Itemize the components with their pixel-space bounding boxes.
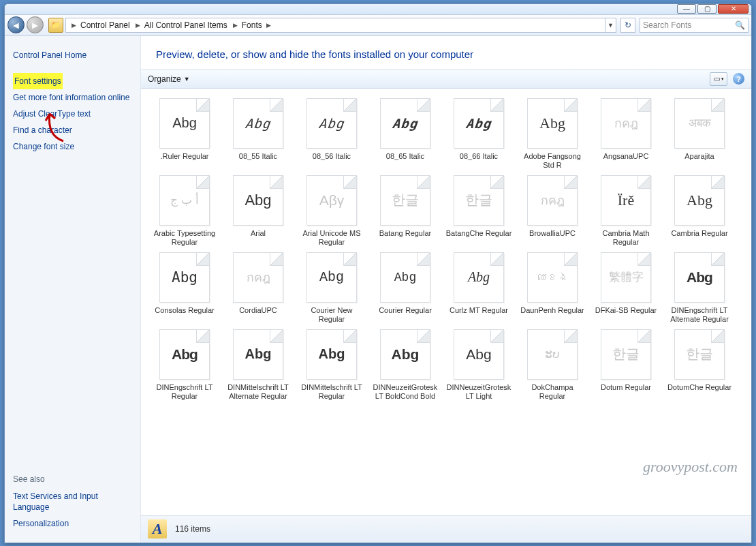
- font-item[interactable]: अबकAparajita: [665, 98, 734, 170]
- font-thumb: Abg: [454, 329, 504, 380]
- toolbar: Organize ▼ ▭▾ ?: [141, 70, 751, 89]
- chevron-down-icon: ▼: [184, 76, 190, 82]
- font-thumb: Abg: [159, 252, 210, 303]
- font-name: Arabic Typesetting Regular: [151, 229, 219, 247]
- font-thumb: 한글: [454, 175, 504, 226]
- control-panel-home-link[interactable]: Control Panel Home: [13, 47, 132, 63]
- font-name: DINNeuzeitGrotesk LT BoldCond Bold: [371, 383, 439, 401]
- font-name: 08_56 Italic: [298, 152, 366, 161]
- forward-button[interactable]: ►: [27, 16, 44, 33]
- font-thumb: กคฎ: [601, 98, 651, 149]
- font-name: BatangChe Regular: [445, 229, 513, 238]
- font-item[interactable]: AbgCourier Regular: [371, 252, 439, 324]
- personalization-link[interactable]: Personalization: [13, 515, 132, 532]
- font-item[interactable]: กคฎBrowalliaUPC: [518, 175, 586, 247]
- font-item[interactable]: 한글Batang Regular: [371, 175, 439, 247]
- font-name: Consolas Regular: [151, 306, 219, 315]
- font-item[interactable]: ະບDokChampa Regular: [518, 329, 586, 401]
- help-button[interactable]: ?: [733, 73, 744, 85]
- font-item[interactable]: 한글DotumChe Regular: [665, 329, 734, 401]
- font-item[interactable]: Abg08_65 Italic: [371, 98, 439, 170]
- font-item[interactable]: 한글BatangChe Regular: [445, 175, 513, 247]
- find-character-link[interactable]: Find a character: [13, 122, 132, 138]
- change-font-size-link[interactable]: Change font size: [13, 138, 132, 155]
- font-item[interactable]: AbgDINMittelschrift LT Regular: [298, 329, 366, 401]
- font-name: DotumChe Regular: [665, 383, 734, 392]
- font-name: DokChampa Regular: [518, 383, 586, 401]
- font-item[interactable]: AbgDINMittelschrift LT Alternate Regular: [224, 329, 292, 401]
- font-item[interactable]: AbgConsolas Regular: [151, 252, 219, 324]
- font-item[interactable]: Abg.Ruler Regular: [151, 98, 219, 170]
- font-item[interactable]: AbgAdobe Fangsong Std R: [518, 98, 586, 170]
- view-button[interactable]: ▭▾: [710, 72, 727, 86]
- font-grid-scroll[interactable]: Abg.Ruler RegularAbg08_55 ItalicAbg08_56…: [141, 89, 751, 515]
- font-item[interactable]: กคฎCordiaUPC: [224, 252, 292, 324]
- font-name: Cambria Regular: [665, 229, 734, 238]
- font-item[interactable]: AbgDINEngschrift LT Alternate Regular: [665, 252, 734, 324]
- font-name: Batang Regular: [371, 229, 439, 238]
- crumb-all-items[interactable]: All Control Panel Items: [144, 20, 227, 30]
- font-thumb: Abg: [674, 175, 725, 226]
- font-item[interactable]: ឈខងDaunPenh Regular: [518, 252, 586, 324]
- font-thumb: Abg: [454, 252, 504, 303]
- font-thumb: Abg: [306, 252, 357, 303]
- crumb-fonts[interactable]: Fonts: [242, 20, 262, 30]
- font-item[interactable]: 繁體字DFKai-SB Regular: [592, 252, 660, 324]
- cleartype-link[interactable]: Adjust ClearType text: [13, 106, 132, 122]
- font-thumb: กคฎ: [233, 252, 283, 303]
- font-name: Curlz MT Regular: [445, 306, 513, 315]
- font-item[interactable]: AbgCourier New Regular: [298, 252, 366, 324]
- font-thumb: Abg: [159, 98, 210, 149]
- font-thumb: 한글: [601, 329, 651, 380]
- font-name: Aparajita: [665, 152, 734, 161]
- font-item[interactable]: ÏrěCambria Math Regular: [592, 175, 660, 247]
- font-name: 08_66 Italic: [445, 152, 513, 161]
- font-item[interactable]: 한글Dotum Regular: [592, 329, 660, 401]
- font-item[interactable]: AbgDINEngschrift LT Regular: [151, 329, 219, 401]
- explorer-window: — ▢ ✕ ◄ ► 📁 ▶Control Panel ▶All Control …: [4, 3, 752, 543]
- refresh-button[interactable]: ↻: [620, 18, 635, 33]
- font-item[interactable]: Abg08_66 Italic: [445, 98, 513, 170]
- back-button[interactable]: ◄: [7, 16, 25, 33]
- font-item[interactable]: AbgCambria Regular: [665, 175, 734, 247]
- folder-icon[interactable]: 📁: [48, 18, 63, 33]
- font-settings-link[interactable]: Font settings: [13, 73, 63, 89]
- font-name: DaunPenh Regular: [518, 306, 586, 315]
- font-item[interactable]: Abg08_56 Italic: [298, 98, 366, 170]
- sidebar: Control Panel Home Font settings Get mor…: [5, 36, 141, 543]
- titlebar: — ▢ ✕: [5, 4, 751, 15]
- font-thumb: Abg: [674, 252, 725, 303]
- minimize-button[interactable]: —: [677, 4, 696, 14]
- font-item[interactable]: أ ب جArabic Typesetting Regular: [151, 175, 219, 247]
- font-name: Cambria Math Regular: [592, 229, 660, 247]
- text-services-link[interactable]: Text Services and Input Language: [13, 488, 132, 515]
- font-thumb: Abg: [380, 98, 430, 149]
- crumb-dropdown[interactable]: ▼: [605, 18, 616, 33]
- font-item[interactable]: AbgCurlz MT Regular: [445, 252, 513, 324]
- font-item[interactable]: Abg08_55 Italic: [224, 98, 292, 170]
- font-name: BrowalliaUPC: [518, 229, 586, 238]
- item-count: 116 items: [175, 524, 210, 534]
- font-thumb: अबक: [674, 98, 725, 149]
- font-item[interactable]: AβγArial Unicode MS Regular: [298, 175, 366, 247]
- search-icon: 🔍: [735, 20, 745, 30]
- breadcrumb[interactable]: ▶Control Panel ▶All Control Panel Items …: [65, 18, 616, 33]
- maximize-button[interactable]: ▢: [697, 4, 716, 14]
- font-name: 08_55 Italic: [224, 152, 292, 161]
- font-thumb: Abg: [306, 329, 357, 380]
- font-item[interactable]: AbgArial: [224, 175, 292, 247]
- search-placeholder: Search Fonts: [643, 20, 691, 30]
- font-thumb: أ ب ج: [159, 175, 210, 226]
- more-font-info-link[interactable]: Get more font information online: [13, 89, 132, 106]
- font-thumb: Abg: [380, 252, 430, 303]
- search-input[interactable]: Search Fonts 🔍: [640, 18, 749, 33]
- font-item[interactable]: AbgDINNeuzeitGrotesk LT BoldCond Bold: [371, 329, 439, 401]
- font-name: DINEngschrift LT Regular: [151, 383, 219, 401]
- font-name: .Ruler Regular: [151, 152, 219, 161]
- page-heading: Preview, delete, or show and hide the fo…: [141, 36, 751, 70]
- close-button[interactable]: ✕: [718, 4, 749, 14]
- font-item[interactable]: กคฎAngsanaUPC: [592, 98, 660, 170]
- font-item[interactable]: AbgDINNeuzeitGrotesk LT Light: [445, 329, 513, 401]
- crumb-control-panel[interactable]: Control Panel: [80, 20, 130, 30]
- organize-button[interactable]: Organize ▼: [148, 74, 190, 84]
